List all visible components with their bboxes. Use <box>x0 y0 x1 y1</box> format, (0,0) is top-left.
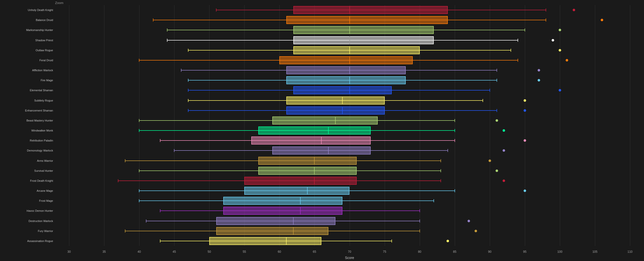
box-rect <box>244 177 356 185</box>
y-axis: Unholy Death KnightBalance DruidMarksman… <box>0 5 55 246</box>
whisker-cap-right <box>483 99 483 102</box>
outlier-dot <box>503 180 505 182</box>
outlier-dot <box>601 19 603 21</box>
whisker-cap-left <box>153 18 153 22</box>
zoom-label[interactable]: Zoom <box>55 1 63 5</box>
y-label: Shadow Priest <box>35 39 53 42</box>
whisker-cap-right <box>511 49 511 52</box>
outlier-dot <box>503 129 505 132</box>
median-line <box>349 86 350 94</box>
y-label: Subtlety Rogue <box>34 99 53 102</box>
whisker-cap-left <box>118 179 118 182</box>
box-rect <box>286 66 405 74</box>
y-label: Arms Warrior <box>37 159 53 162</box>
box-rect <box>244 187 349 195</box>
whisker-cap-left <box>188 109 188 112</box>
box-rect <box>258 167 356 175</box>
outlier-dot <box>496 170 498 172</box>
median-line <box>286 237 287 245</box>
whisker-cap-right <box>546 8 546 12</box>
outlier-dot <box>573 9 575 11</box>
box-row <box>55 146 644 156</box>
y-label: Assassination Rogue <box>27 240 53 242</box>
box-row <box>55 126 644 136</box>
outlier-dot <box>475 230 477 232</box>
median-line <box>300 207 301 215</box>
whisker-cap-right <box>455 119 455 122</box>
whisker-cap-right <box>455 189 455 192</box>
outlier-dot <box>524 99 526 102</box>
box-row <box>55 176 644 186</box>
box-row <box>55 25 644 35</box>
whisker-cap-left <box>139 199 139 202</box>
x-tick-label: 35 <box>102 250 106 254</box>
whisker-cap-right <box>455 129 455 132</box>
x-tick-label: 95 <box>523 250 526 254</box>
median-line <box>349 16 350 24</box>
whisker-cap-right <box>441 179 441 182</box>
box-rect <box>293 26 434 34</box>
outlier-dot <box>524 109 526 112</box>
median-line <box>349 76 350 84</box>
outlier-dot <box>503 149 505 152</box>
outlier-dot <box>447 240 449 242</box>
x-tick-label: 70 <box>348 250 351 254</box>
box-rect <box>293 46 419 54</box>
whisker-cap-right <box>525 28 525 32</box>
median-line <box>314 177 315 185</box>
box-row <box>55 156 644 166</box>
y-label: Frost Mage <box>39 199 53 202</box>
median-line <box>349 6 350 14</box>
whisker-cap-left <box>146 220 146 222</box>
y-label: Feral Druid <box>40 59 53 62</box>
box-rect <box>216 227 328 235</box>
outlier-dot <box>524 190 526 192</box>
y-label: Affliction Warlock <box>32 69 53 72</box>
outlier-dot <box>559 49 561 52</box>
y-label: Frost Death Knight <box>30 179 53 182</box>
x-tick-label: 80 <box>418 250 421 254</box>
median-line <box>293 227 294 235</box>
median-line <box>335 116 336 124</box>
y-label: Retribution Paladin <box>30 139 53 142</box>
whisker-cap-right <box>434 199 434 202</box>
box-row <box>55 226 644 236</box>
whisker-cap-left <box>167 39 167 42</box>
box-rect <box>223 207 342 215</box>
box-row <box>55 65 644 75</box>
box-rect <box>223 197 342 205</box>
whisker-cap-left <box>167 28 167 32</box>
box-row <box>55 75 644 85</box>
x-tick-label: 105 <box>592 250 597 254</box>
x-tick-label: 50 <box>208 250 211 254</box>
whisker-cap-right <box>441 159 441 162</box>
y-label: Survival Hunter <box>34 169 53 172</box>
box-row <box>55 5 644 15</box>
outlier-dot <box>559 29 561 31</box>
box-row <box>55 55 644 65</box>
y-label: Outlaw Rogue <box>36 49 53 52</box>
median-line <box>321 136 322 144</box>
outlier-dot <box>559 89 561 92</box>
x-axis-label: Score <box>55 256 644 260</box>
x-tick-label: 55 <box>243 250 246 254</box>
whisker-cap-right <box>448 149 448 152</box>
whisker-cap-left <box>188 99 188 102</box>
y-label: Havoc Demon Hunter <box>27 209 53 212</box>
box-row <box>55 136 644 146</box>
box-rect <box>258 157 356 165</box>
whisker-cap-left <box>188 79 188 82</box>
y-label: Marksmanship Hunter <box>26 28 53 32</box>
whisker-cap-left <box>181 69 181 72</box>
median-line <box>328 146 329 154</box>
outlier-dot <box>496 119 498 122</box>
whisker-cap-left <box>125 230 125 232</box>
whisker-cap-right <box>419 209 420 212</box>
y-label: Demonology Warlock <box>27 149 53 152</box>
outlier-dot <box>468 220 470 222</box>
whisker-cap-left <box>139 169 139 172</box>
box-row <box>55 35 644 45</box>
whisker-cap-left <box>160 240 160 242</box>
outlier-dot <box>538 69 540 72</box>
median-line <box>349 56 350 64</box>
